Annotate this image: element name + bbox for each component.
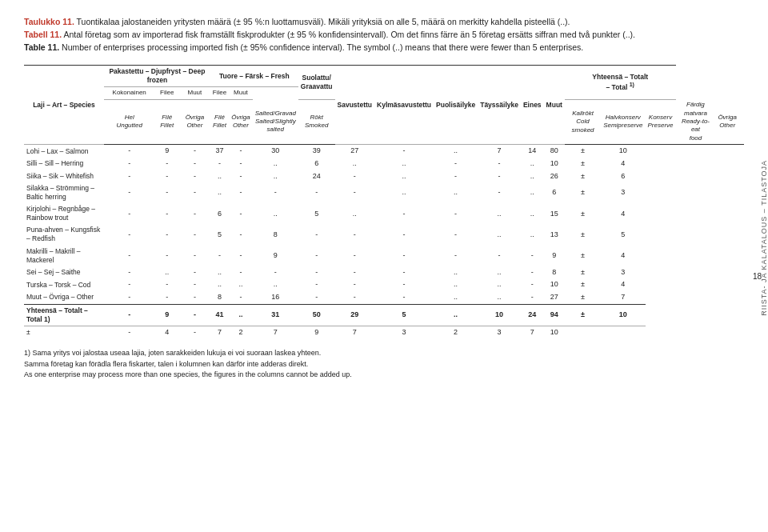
cell-muut: 7 — [521, 326, 544, 338]
table-row: Muut – Övriga – Other---8-16---....-27±7 — [24, 291, 744, 304]
cell-muut: - — [521, 291, 544, 304]
cell-filee-pak: - — [154, 182, 179, 203]
table-row: Turska – Torsk – Cod---......---....-10±… — [24, 278, 744, 291]
table-row: Lohi – Lax – Salmon-9-37-303927-..71480±… — [24, 145, 744, 158]
cell-yhteensa-val: 6 — [544, 182, 565, 203]
cell-ovriga-tuore: - — [229, 182, 253, 203]
cell-puolisaiilyke: .. — [374, 182, 434, 203]
cell-kylmasavustettu: - — [335, 266, 374, 279]
cell-pm-sign: ± — [565, 291, 601, 304]
cell-puolisaiilyke: - — [374, 224, 434, 245]
cell-filee-pak: - — [154, 224, 179, 245]
cell-filee-tuore: .. — [210, 266, 229, 279]
cell-eines: .. — [478, 266, 521, 279]
cell-filee-pak: - — [154, 158, 179, 170]
footnote-1: 1) Sama yritys voi jalostaa useaa lajia,… — [24, 348, 744, 359]
cell-kylmasavustettu: 29 — [335, 304, 374, 326]
cell-puolisaiilyke: .. — [374, 158, 434, 170]
cell-hel: - — [104, 170, 154, 183]
cell-hel: - — [104, 266, 154, 279]
cell-savustettu: 50 — [298, 304, 335, 326]
cell-ovriga-pak: - — [179, 266, 210, 279]
cell-tayssaiilyke: .. — [434, 278, 478, 291]
cell-kylmasavustettu: 7 — [335, 326, 374, 338]
cell-hel: - — [104, 224, 154, 245]
cell-savustettu: - — [298, 246, 335, 266]
cell-species: Turska – Torsk – Cod — [24, 278, 104, 291]
cell-species: Kirjolohi – Regnbåge –Rainbow trout — [24, 203, 104, 224]
cell-ovriga-tuore: - — [229, 266, 253, 279]
cell-eines: .. — [478, 291, 521, 304]
cell-puolisaiilyke: - — [374, 246, 434, 266]
table-row: Siika – Sik – Whitefish---..-..24-..--..… — [24, 170, 744, 183]
cell-kylmasavustettu: .. — [335, 203, 374, 224]
cell-muut: .. — [521, 158, 544, 170]
cell-species: Siika – Sik – Whitefish — [24, 170, 104, 183]
cell-tayssaiilyke: .. — [434, 291, 478, 304]
cell-yhteensa-val: 80 — [544, 145, 565, 158]
cell-pm-val: 5 — [601, 224, 645, 245]
cell-kylmasavustettu: - — [335, 224, 374, 245]
cell-species: Sei – Sej – Saithe — [24, 266, 104, 279]
cell-filee-tuore: 8 — [210, 291, 229, 304]
cell-eines: .. — [478, 203, 521, 224]
cell-pm-val: 4 — [601, 278, 645, 291]
cell-muut: - — [521, 246, 544, 266]
table-row: Yhteensä – Totalt –Total 1)-9-41..315029… — [24, 304, 744, 326]
cell-tayssaiilyke: .. — [434, 182, 478, 203]
cell-yhteensa-val: 94 — [544, 304, 565, 326]
cell-filee-tuore: 37 — [210, 145, 229, 158]
cell-filee-pak: - — [154, 278, 179, 291]
cell-eines: - — [478, 170, 521, 183]
table-row: ±-4-72797323710 — [24, 326, 744, 338]
cell-pm-sign — [565, 326, 601, 338]
table-row: Silakka – Strömming –Baltic herring---..… — [24, 182, 744, 203]
title-fi2: Tabell 11. — [24, 30, 62, 39]
side-text: RIISTA- JA KALATALOUS – TILASTOJA — [760, 160, 768, 316]
cell-filee-pak: - — [154, 203, 179, 224]
col-tayssaiilyke: Täyssäilyke — [478, 66, 521, 145]
cell-ovriga-pak: - — [179, 224, 210, 245]
cell-ovriga-pak: - — [179, 246, 210, 266]
cell-savustettu: 24 — [298, 170, 335, 183]
cell-ovriga-pak: - — [179, 326, 210, 338]
cell-ovriga-pak: - — [179, 170, 210, 183]
footnote-2: Samma företag kan förädla flera fiskarte… — [24, 359, 744, 370]
sub-filee1: Filee — [154, 87, 179, 99]
title-fi: Taulukko 11. — [24, 17, 74, 26]
cell-puolisaiilyke: 5 — [374, 304, 434, 326]
cell-tayssaiilyke: 2 — [434, 326, 478, 338]
cell-ovriga-tuore: - — [229, 170, 253, 183]
cell-filee-pak: .. — [154, 266, 179, 279]
cell-yhteensa-val: 10 — [544, 278, 565, 291]
cell-filee-pak: - — [154, 170, 179, 183]
sub2-ovriga-right: ÖvrigaOther — [715, 99, 739, 144]
sub2-fardig: Färdig matvaraReady-to-eatfood — [676, 99, 716, 144]
cell-suolattu: 7 — [253, 326, 298, 338]
sub-muut1: Muut — [179, 87, 210, 99]
cell-ovriga-pak: - — [179, 158, 210, 170]
cell-puolisaiilyke: 3 — [374, 326, 434, 338]
cell-tayssaiilyke: .. — [434, 266, 478, 279]
col-species: Laji – Art – Species — [24, 66, 104, 145]
cell-kylmasavustettu: .. — [335, 158, 374, 170]
cell-suolattu: .. — [253, 278, 298, 291]
cell-ovriga-pak: - — [179, 145, 210, 158]
cell-ovriga-tuore: - — [229, 158, 253, 170]
cell-tayssaiilyke: .. — [434, 145, 478, 158]
cell-puolisaiilyke: - — [374, 266, 434, 279]
cell-tayssaiilyke: - — [434, 246, 478, 266]
page-number: 18 — [753, 272, 762, 281]
sub2-filee1: FiléFillet — [154, 99, 179, 144]
cell-puolisaiilyke: - — [374, 145, 434, 158]
sub2-salted: Salted/GravadSalted/Slightlysalted — [253, 99, 298, 144]
cell-filee-pak: 9 — [154, 304, 179, 326]
col-eines: Eines — [521, 66, 544, 145]
cell-species: Lohi – Lax – Salmon — [24, 145, 104, 158]
cell-savustettu: - — [298, 291, 335, 304]
main-table: Laji – Art – Species Pakastettu – Djupfr… — [24, 65, 744, 338]
cell-pm-sign: ± — [565, 246, 601, 266]
col-savustettu: Savustettu — [335, 66, 374, 145]
cell-species: Muut – Övriga – Other — [24, 291, 104, 304]
sub-kokonainen: Kokonainen — [104, 87, 154, 99]
